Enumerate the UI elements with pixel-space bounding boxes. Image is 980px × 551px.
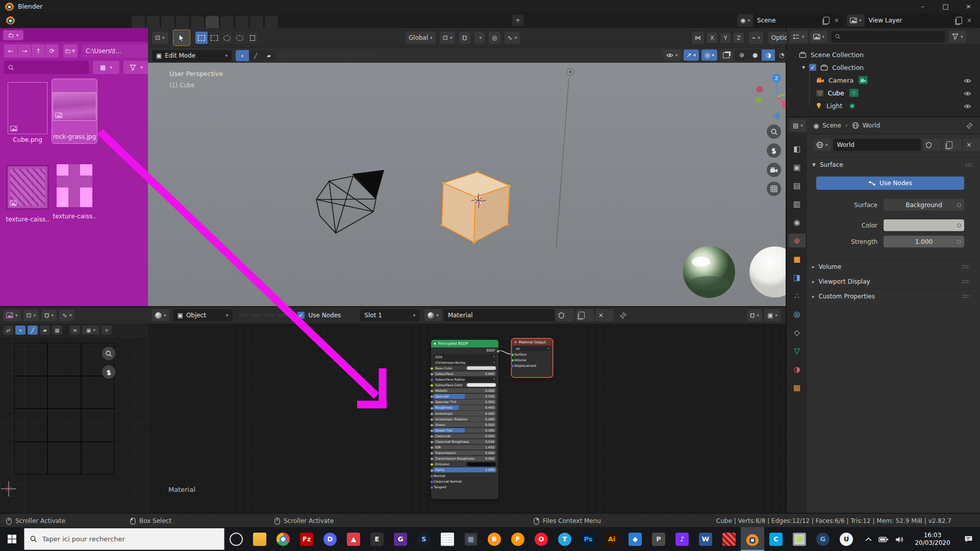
properties-tab[interactable]: ◧ xyxy=(788,142,806,156)
mirror-x-button[interactable]: X xyxy=(707,33,717,43)
node-row[interactable]: Subsurface Radius xyxy=(433,377,496,382)
unlink-datablock-icon[interactable]: × xyxy=(964,139,980,151)
properties-section[interactable]: ▸ Custom Properties xyxy=(809,289,977,304)
eye-icon[interactable] xyxy=(964,89,971,97)
file-item[interactable]: texture-caiss.. xyxy=(52,160,97,223)
overlays-dropdown-icon[interactable]: ◎▾ xyxy=(701,49,717,61)
axis-gizmo[interactable]: Z Y X xyxy=(756,73,786,119)
taskbar-app[interactable]: T xyxy=(553,527,576,551)
pivot-point-icon[interactable]: ⊡▾ xyxy=(440,32,456,44)
properties-tab[interactable]: ◇ xyxy=(788,325,806,339)
viewport-canvas[interactable]: User Perspective (1) Cube xyxy=(148,63,786,306)
shader-editor-type-icon[interactable]: ▾ xyxy=(152,309,169,321)
viewport-menu-item[interactable] xyxy=(356,54,365,57)
properties-tab[interactable]: ▣ xyxy=(788,160,806,174)
collection-checkbox[interactable]: ✓ xyxy=(809,64,816,71)
taskbar-app[interactable]: Ps xyxy=(576,527,600,551)
xray-toggle-icon[interactable] xyxy=(720,49,733,61)
surface-value-dropdown[interactable]: Background xyxy=(884,199,964,211)
ortho-grid-icon[interactable] xyxy=(767,182,781,196)
taskbar-app[interactable]: ▦ xyxy=(459,527,483,551)
file-browser-type-icon[interactable]: 🗀▾ xyxy=(3,30,23,40)
taskbar-app[interactable]: ♪ xyxy=(670,527,694,551)
workspace-tab[interactable] xyxy=(250,16,263,28)
node-row[interactable]: Base Color xyxy=(433,365,496,370)
face-mode-icon[interactable]: ▰ xyxy=(262,50,275,61)
workspace-tab[interactable] xyxy=(220,16,234,28)
shader-menu-item[interactable] xyxy=(264,314,273,317)
notification-center-icon[interactable] xyxy=(964,535,973,543)
properties-tab[interactable]: ▽ xyxy=(788,344,806,358)
file-browser-menu-item[interactable] xyxy=(40,34,52,37)
surface-panel-header[interactable]: ▼ Surface xyxy=(809,157,980,172)
remove-view-layer-icon[interactable]: × xyxy=(964,17,974,24)
taskbar-app[interactable]: C xyxy=(764,527,788,551)
output-node-header[interactable]: ▼Material Output xyxy=(512,339,552,345)
material-copy-icon[interactable] xyxy=(575,309,594,321)
gizmo-dropdown-icon[interactable]: ↗▾ xyxy=(684,49,699,61)
shader-menu-item[interactable] xyxy=(252,314,261,317)
file-item[interactable]: texture-caiss.. xyxy=(5,160,50,226)
new-view-layer-icon[interactable] xyxy=(954,17,964,24)
taskbar-app[interactable] xyxy=(436,527,459,551)
unlink-scene-icon[interactable]: × xyxy=(832,17,842,24)
material-name-field[interactable]: Material xyxy=(444,309,554,321)
taskbar-app[interactable]: F xyxy=(506,527,530,551)
view-layer-icon[interactable]: ▾ xyxy=(847,14,865,27)
slot-dropdown[interactable]: Slot 1▾ xyxy=(360,309,419,321)
file-browser-menu-item[interactable] xyxy=(28,34,40,37)
edge-mode-icon[interactable]: ╱ xyxy=(249,50,262,61)
taskbar-app[interactable]: G xyxy=(389,527,412,551)
node-row[interactable]: Christensen-Burley xyxy=(433,360,496,365)
light-gizmo[interactable] xyxy=(556,68,574,249)
principled-node-header[interactable]: ▼Principled BSDF xyxy=(431,340,498,347)
taskbar-app[interactable]: S xyxy=(412,527,436,551)
uv-select-island-icon[interactable]: ▦ xyxy=(52,325,62,335)
uv-falloff-icon[interactable]: ∿▾ xyxy=(59,310,75,321)
world-name-field[interactable]: World xyxy=(833,139,921,151)
properties-tab[interactable]: ◑ xyxy=(788,362,806,376)
select-box-icon[interactable] xyxy=(208,32,221,44)
taskbar-app[interactable]: E xyxy=(365,527,389,551)
taskbar-search[interactable] xyxy=(24,528,225,550)
node-row[interactable]: Transmission Roughness 0.000 xyxy=(433,456,496,461)
blender-menu-icon[interactable] xyxy=(6,16,15,24)
add-workspace-button[interactable]: + xyxy=(512,15,523,26)
viewport-menu-item[interactable] xyxy=(305,54,314,57)
uv-snap-icon[interactable]: Ω▾ xyxy=(41,310,57,321)
fake-user-shield-icon[interactable] xyxy=(923,139,941,151)
collection-row[interactable]: ▼ ✓ Collection xyxy=(802,61,864,73)
file-search-input[interactable] xyxy=(4,61,89,74)
uv-pan-hand-icon[interactable] xyxy=(102,365,115,379)
snap-curve-icon[interactable]: ⌁▾ xyxy=(749,32,763,44)
uv-pivot-icon[interactable]: ⊡▾ xyxy=(23,310,39,321)
properties-tab[interactable]: ◉ xyxy=(788,215,806,229)
node-row[interactable]: Transmission 0.000 xyxy=(433,450,496,456)
taskbar-app[interactable]: ▲ xyxy=(342,527,365,551)
taskbar-app[interactable] xyxy=(248,527,271,551)
disclosure-icon[interactable]: ▼ xyxy=(802,65,805,70)
light-row[interactable]: Light ◉ xyxy=(816,99,978,112)
uv-sync-icon[interactable]: ⇄ xyxy=(3,325,13,335)
panel-grip-icon[interactable] xyxy=(965,163,972,167)
strength-field[interactable]: 1.000 xyxy=(884,236,964,247)
camera-data-icon[interactable] xyxy=(859,76,868,84)
node-row[interactable]: Volume xyxy=(514,357,550,362)
node-row[interactable]: Subsurface 0.000 xyxy=(433,371,496,376)
taskbar-app[interactable]: P xyxy=(647,527,670,551)
material-unlink-icon[interactable]: × xyxy=(595,309,614,321)
scene-icon[interactable]: ◉▾ xyxy=(737,14,753,27)
shader-canvas[interactable]: Material ▼Principled BSDF BSDF GGX xyxy=(148,323,786,514)
viewport-menu-item[interactable] xyxy=(318,54,327,57)
select-circle-icon[interactable] xyxy=(221,32,234,44)
outliner-type-icon[interactable]: ▾ xyxy=(790,31,808,43)
cube-object[interactable] xyxy=(441,171,511,244)
eye-icon[interactable] xyxy=(964,102,971,110)
node-row[interactable]: Clearcoat Normal xyxy=(433,479,496,484)
breadcrumb-context[interactable]: World xyxy=(863,122,880,129)
properties-tab[interactable]: ▤ xyxy=(788,179,806,192)
battery-icon[interactable] xyxy=(878,536,889,543)
taskbar-app[interactable]: W xyxy=(694,527,717,551)
outliner-display-icon[interactable]: ▾ xyxy=(810,31,828,43)
properties-tab[interactable]: ⊕ xyxy=(788,234,806,247)
